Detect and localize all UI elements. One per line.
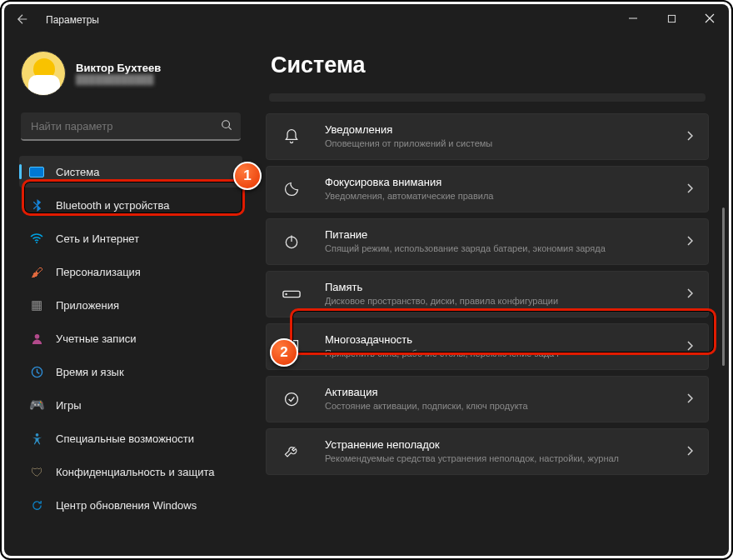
main-pane: Система УведомленияОповещения от приложе…	[254, 36, 729, 556]
card-bell[interactable]: УведомленияОповещения от приложений и си…	[266, 113, 709, 160]
ic-time-icon	[29, 364, 44, 379]
chevron-right-icon	[686, 393, 696, 406]
card-power[interactable]: ПитаниеСпящий режим, использование заряд…	[266, 218, 709, 265]
card-title: Уведомления	[325, 123, 675, 137]
card-desc: Уведомления, автоматические правила	[325, 191, 675, 202]
sidebar-item-1[interactable]: Bluetooth и устройства	[19, 189, 242, 221]
maximize-button[interactable]	[652, 4, 691, 36]
card-wrench[interactable]: Устранение неполадокРекомендуемые средст…	[266, 428, 709, 475]
avatar	[21, 51, 66, 96]
card-desc: Оповещения от приложений и системы	[325, 138, 675, 150]
cards-list: УведомленияОповещения от приложений и си…	[266, 113, 709, 475]
sidebar-item-6[interactable]: Время и язык	[19, 356, 242, 388]
search-icon	[221, 119, 232, 133]
chevron-right-icon	[686, 446, 696, 458]
card-multi[interactable]: МногозадачностьПрикрепить окна, рабочие …	[266, 323, 709, 370]
badge-step-1: 1	[233, 162, 262, 190]
sidebar-item-label: Игры	[56, 399, 82, 412]
storage-icon	[270, 288, 313, 301]
card-desc: Спящий режим, использование заряда батар…	[325, 243, 675, 255]
ic-network-icon	[29, 231, 44, 246]
card-title: Питание	[325, 228, 675, 242]
sidebar-item-label: Bluetooth и устройства	[56, 199, 169, 212]
ic-gaming-icon: 🎮	[29, 398, 44, 412]
card-check[interactable]: АктивацияСостояние активации, подписки, …	[266, 376, 709, 422]
sidebar-item-5[interactable]: Учетные записи	[19, 322, 242, 354]
ic-accessibility-icon	[29, 431, 44, 446]
chevron-right-icon	[686, 131, 696, 143]
card-desc: Состояние активации, подписки, ключ прод…	[325, 401, 675, 412]
moon-icon	[270, 181, 313, 198]
sidebar-item-label: Сеть и Интернет	[56, 232, 139, 245]
bell-icon	[270, 128, 313, 145]
ic-bluetooth-icon	[29, 198, 44, 212]
svg-rect-0	[668, 15, 675, 22]
ic-accounts-icon	[29, 331, 44, 346]
sidebar-item-4[interactable]: ▦Приложения	[19, 289, 242, 321]
badge-step-2: 2	[270, 338, 298, 367]
sidebar-item-label: Конфиденциальность и защита	[56, 466, 215, 478]
chevron-right-icon	[686, 236, 696, 248]
card-desc: Прикрепить окна, рабочие столы, переключ…	[325, 348, 675, 360]
scrollbar-thumb[interactable]	[722, 208, 725, 366]
card-moon[interactable]: Фокусировка вниманияУведомления, автомат…	[266, 166, 709, 212]
profile-name: Виктор Бухтеев	[76, 62, 161, 75]
sidebar: Виктор Бухтеев ████████████ СистемаBluet…	[4, 36, 254, 556]
search-input[interactable]	[29, 119, 221, 133]
sidebar-item-label: Приложения	[56, 299, 119, 312]
ic-update-icon	[29, 498, 44, 512]
card-title: Фокусировка внимания	[325, 176, 675, 189]
sidebar-item-label: Специальные возможности	[56, 432, 194, 445]
svg-point-1	[222, 120, 230, 128]
svg-point-10	[286, 393, 298, 406]
card-title: Память	[325, 281, 675, 294]
check-icon	[270, 391, 313, 408]
ic-system-icon	[29, 167, 44, 178]
sidebar-item-label: Центр обновления Windows	[56, 499, 197, 512]
sidebar-item-0[interactable]: Система	[19, 156, 242, 188]
ic-apps-icon: ▦	[29, 298, 44, 312]
wrench-icon	[270, 443, 313, 460]
titlebar: Параметры	[4, 4, 729, 36]
chevron-right-icon	[686, 341, 696, 353]
profile-email: ████████████	[76, 74, 161, 85]
profile-block[interactable]: Виктор Бухтеев ████████████	[19, 44, 242, 108]
previous-card-stub	[269, 93, 706, 102]
sidebar-item-label: Персонализация	[56, 266, 141, 278]
sidebar-item-3[interactable]: 🖌Персонализация	[19, 256, 242, 288]
sidebar-item-label: Время и язык	[56, 366, 124, 378]
card-desc: Рекомендуемые средства устранения непола…	[325, 453, 675, 465]
sidebar-item-9[interactable]: 🛡Конфиденциальность и защита	[19, 456, 242, 488]
back-button[interactable]	[7, 13, 37, 28]
search-box[interactable]	[21, 112, 241, 141]
close-button[interactable]	[691, 4, 729, 36]
window-title: Параметры	[46, 14, 99, 26]
card-storage[interactable]: ПамятьДисковое пространство, диски, прав…	[266, 271, 709, 318]
power-icon	[270, 233, 313, 250]
svg-point-8	[286, 293, 287, 294]
sidebar-item-label: Учетные записи	[56, 332, 136, 345]
minimize-button[interactable]	[614, 4, 652, 36]
card-desc: Дисковое пространство, диски, правила ко…	[325, 296, 675, 308]
sidebar-item-label: Система	[56, 166, 99, 178]
sidebar-item-2[interactable]: Сеть и Интернет	[19, 222, 242, 254]
sidebar-item-8[interactable]: Специальные возможности	[19, 422, 242, 454]
card-title: Многозадачность	[325, 333, 675, 347]
svg-point-2	[36, 242, 37, 243]
card-title: Активация	[325, 386, 675, 399]
svg-point-3	[34, 333, 39, 338]
ic-personalization-icon: 🖌	[29, 264, 44, 279]
ic-privacy-icon: 🛡	[29, 464, 44, 479]
chevron-right-icon	[686, 183, 696, 196]
card-title: Устранение неполадок	[325, 438, 675, 452]
page-title: Система	[271, 52, 709, 78]
chevron-right-icon	[686, 288, 696, 301]
sidebar-item-10[interactable]: Центр обновления Windows	[19, 489, 242, 521]
svg-point-5	[35, 432, 38, 436]
nav-list: СистемаBluetooth и устройстваСеть и Инте…	[19, 156, 242, 548]
sidebar-item-7[interactable]: 🎮Игры	[19, 389, 242, 421]
